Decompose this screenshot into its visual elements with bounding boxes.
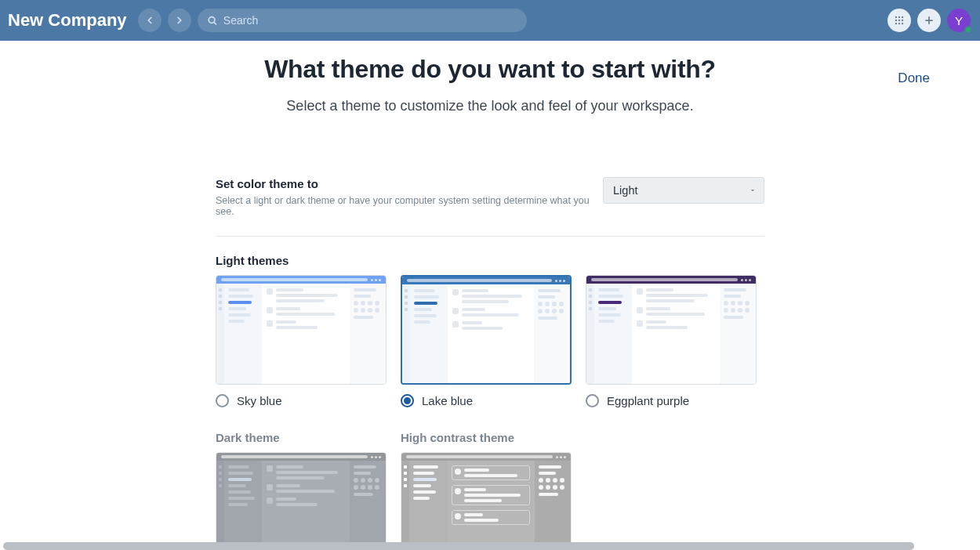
- theme-card-eggplant-purple[interactable]: [586, 275, 757, 385]
- light-themes-grid: Sky blue: [216, 275, 764, 407]
- theme-card-sky-blue[interactable]: [216, 275, 387, 385]
- theme-label: Lake blue: [422, 394, 473, 407]
- plus-icon: [924, 15, 935, 26]
- chevron-left-icon: [144, 15, 155, 26]
- svg-point-8: [895, 23, 897, 24]
- topbar: New Company Y: [0, 0, 980, 41]
- page-content: Done What theme do you want to start wit…: [0, 41, 980, 550]
- high-contrast-theme-title: High contrast theme: [401, 431, 572, 444]
- theme-card-high-contrast: [401, 452, 572, 550]
- color-mode-selected-value: Light: [613, 184, 637, 197]
- presence-indicator-icon: [964, 26, 972, 34]
- avatar-initial: Y: [955, 14, 963, 27]
- done-button[interactable]: Done: [898, 71, 930, 86]
- svg-line-1: [214, 23, 216, 24]
- grid-icon: [894, 15, 905, 26]
- search-icon: [207, 15, 217, 26]
- svg-point-3: [898, 16, 900, 18]
- search-field[interactable]: [198, 9, 527, 32]
- theme-radio-eggplant-purple[interactable]: Eggplant purple: [586, 394, 757, 407]
- theme-card-lake-blue[interactable]: [401, 275, 572, 385]
- dark-theme-title: Dark theme: [216, 431, 387, 444]
- theme-label: Eggplant purple: [607, 394, 689, 407]
- color-mode-select[interactable]: Light: [603, 177, 764, 204]
- theme-radio-lake-blue[interactable]: Lake blue: [401, 394, 572, 407]
- theme-card-dark: [216, 452, 387, 550]
- color-mode-row: Set color theme to Select a light or dar…: [216, 177, 764, 237]
- avatar[interactable]: Y: [947, 9, 971, 32]
- chevron-right-icon: [174, 15, 185, 26]
- radio-icon: [401, 394, 414, 407]
- svg-point-4: [902, 16, 903, 18]
- page-subtitle: Select a theme to customize the look and…: [0, 98, 980, 114]
- nav-forward-button[interactable]: [168, 9, 191, 32]
- svg-point-6: [898, 20, 900, 21]
- radio-icon: [216, 394, 229, 407]
- nav-back-button[interactable]: [138, 9, 162, 32]
- search-input[interactable]: [223, 14, 517, 27]
- color-mode-description: Select a light or dark theme or have you…: [216, 195, 603, 217]
- color-mode-label: Set color theme to: [216, 177, 603, 190]
- create-button[interactable]: [917, 9, 941, 32]
- horizontal-scrollbar[interactable]: [3, 542, 914, 550]
- svg-point-2: [895, 16, 897, 18]
- page-title: What theme do you want to start with?: [0, 55, 980, 84]
- light-themes-title: Light themes: [216, 254, 764, 267]
- svg-point-5: [895, 20, 897, 21]
- apps-button[interactable]: [887, 9, 911, 32]
- theme-label: Sky blue: [237, 394, 282, 407]
- svg-point-7: [902, 20, 903, 21]
- radio-icon: [586, 394, 599, 407]
- svg-point-10: [902, 23, 903, 24]
- theme-radio-sky-blue[interactable]: Sky blue: [216, 394, 387, 407]
- svg-point-9: [898, 23, 900, 24]
- company-name: New Company: [6, 10, 132, 31]
